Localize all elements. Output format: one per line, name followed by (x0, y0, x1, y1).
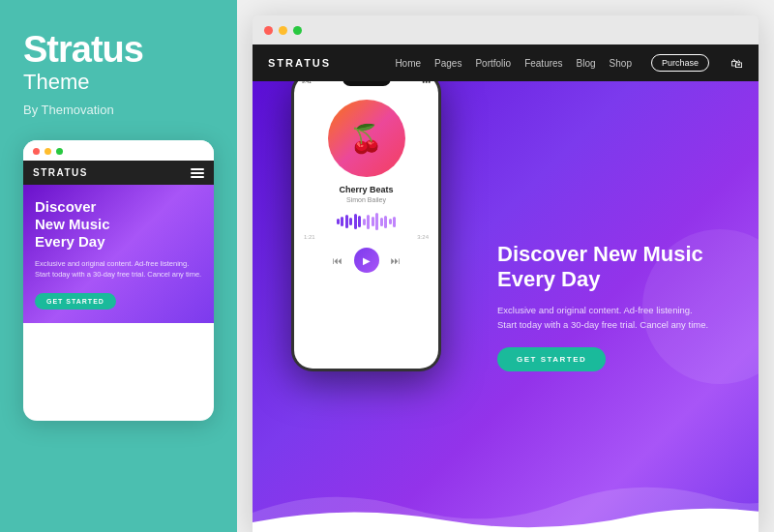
waveform-bar (389, 219, 392, 224)
phone-frame: 9:41 ●●● 🍒 Cherry Beats Simon Bailey (291, 81, 441, 371)
browser-nav: STRATUS Home Pages Portfolio Features Bl… (253, 44, 759, 81)
waveform-bar (384, 216, 387, 228)
waveform-bar (372, 217, 374, 226)
cart-icon[interactable]: 🛍 (730, 56, 743, 71)
waveform-bar (354, 214, 357, 229)
phone-artist: Simon Bailey (346, 196, 386, 203)
mockup-hero-text: Exclusive and original content. Ad-free … (35, 258, 202, 281)
mockup-nav: STRATUS (23, 161, 214, 185)
hamburger-icon (191, 168, 204, 178)
browser-dot-red (264, 26, 273, 35)
phone-time-start: 1:21 (304, 234, 315, 240)
waveform-bar (380, 218, 383, 226)
nav-link-pages[interactable]: Pages (434, 58, 461, 69)
hero-description: Exclusive and original content. Ad-free … (497, 303, 729, 332)
phone-song-title: Cherry Beats (339, 185, 393, 194)
next-icon[interactable]: ⏭ (391, 255, 401, 266)
hero-phone-mockup: 9:41 ●●● 🍒 Cherry Beats Simon Bailey (291, 81, 441, 371)
mockup-hero-title: DiscoverNew MusicEvery Day (35, 198, 202, 251)
waveform-bar (345, 215, 348, 228)
nav-link-blog[interactable]: Blog (577, 58, 596, 69)
mockup-dots (23, 140, 214, 161)
mockup-get-started-button[interactable]: GET STARTED (35, 293, 116, 310)
waveform-bar (367, 215, 370, 229)
waveform-bar (337, 219, 340, 224)
hero-main-title: Discover New Music Every Day (497, 242, 729, 293)
nav-link-home[interactable]: Home (395, 58, 421, 69)
nav-line-3 (191, 176, 204, 178)
waveform-bar (363, 219, 366, 225)
brand-title: Stratus (23, 31, 214, 68)
mobile-mockup: STRATUS DiscoverNew MusicEvery Day Exclu… (23, 140, 214, 421)
left-panel: Stratus Theme By Themovation STRATUS Dis… (0, 0, 237, 532)
brand-subtitle: Theme (23, 70, 214, 95)
phone-time-row: 1:21 3:24 (304, 234, 429, 240)
phone-album-art: 🍒 (328, 100, 405, 177)
mockup-hero: DiscoverNew MusicEvery Day Exclusive and… (23, 185, 214, 323)
browser-hero: 9:41 ●●● 🍒 Cherry Beats Simon Bailey (253, 81, 759, 532)
nav-line-1 (191, 168, 204, 170)
waveform-bar (375, 213, 378, 230)
phone-time-end: 3:24 (417, 234, 429, 240)
waveform-bar (349, 218, 352, 225)
phone-controls: ⏮ ▶ ⏭ (333, 248, 401, 273)
right-panel: STRATUS Home Pages Portfolio Features Bl… (237, 0, 774, 532)
cherry-icon: 🍒 (349, 123, 383, 155)
nav-line-2 (191, 172, 204, 174)
brand-by: By Themovation (23, 103, 214, 117)
phone-waveform (304, 213, 429, 230)
hero-get-started-button[interactable]: GET STARTED (497, 347, 606, 371)
browser-topbar (253, 15, 759, 44)
waveform-bar (358, 216, 361, 227)
nav-link-features[interactable]: Features (524, 58, 562, 69)
mockup-nav-brand: STRATUS (33, 167, 88, 178)
dot-yellow (45, 148, 51, 155)
browser-nav-brand: STRATUS (268, 57, 331, 69)
hero-wave (253, 474, 759, 532)
browser-window: STRATUS Home Pages Portfolio Features Bl… (253, 15, 759, 532)
dot-green (56, 148, 63, 155)
browser-dot-green (293, 26, 302, 35)
browser-dot-yellow (279, 26, 287, 35)
play-button[interactable]: ▶ (354, 248, 379, 273)
nav-link-shop[interactable]: Shop (610, 58, 632, 69)
waveform-bar (341, 217, 343, 226)
nav-link-portfolio[interactable]: Portfolio (475, 58, 511, 69)
waveform-bar (393, 217, 396, 227)
phone-content: 🍒 Cherry Beats Simon Bailey (294, 88, 438, 369)
browser-nav-links: Home Pages Portfolio Features Blog Shop … (395, 54, 743, 72)
phone-notch (342, 81, 391, 86)
dot-red (33, 148, 40, 155)
phone-time: 9:41 (302, 81, 312, 84)
phone-signal: ●●● (422, 81, 431, 84)
prev-icon[interactable]: ⏮ (333, 255, 342, 266)
purchase-button[interactable]: Purchase (651, 54, 709, 72)
hero-text-section: Discover New Music Every Day Exclusive a… (497, 242, 729, 371)
